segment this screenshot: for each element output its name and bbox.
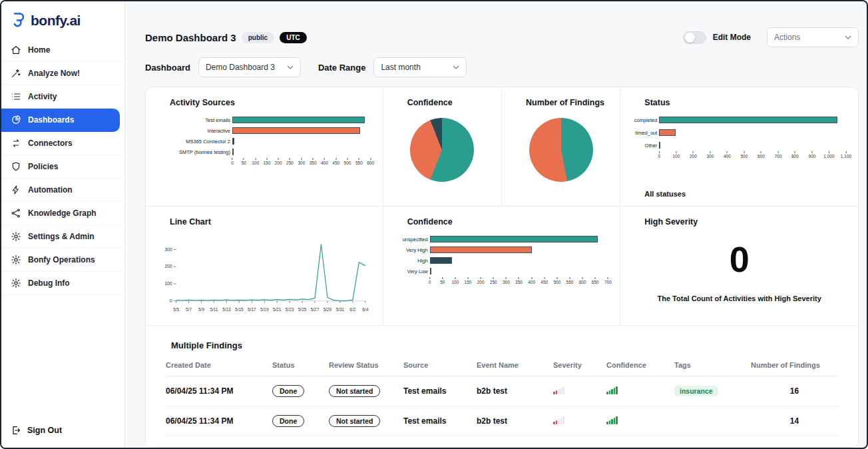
bar-category-label: completed xyxy=(632,117,659,123)
sidebar-item-knowledge-graph[interactable]: Knowledge Graph xyxy=(1,202,124,225)
severity-bars-icon xyxy=(553,386,564,394)
number-of-findings-pie-chart xyxy=(529,118,593,182)
review-status-badge: Not started xyxy=(329,385,380,397)
bar-category-label: Very Low xyxy=(395,268,430,274)
table-header-row: Created DateStatusReview StatusSourceEve… xyxy=(166,361,838,376)
column-header: Created Date xyxy=(166,361,272,369)
edit-mode-label: Edit Mode xyxy=(713,33,751,42)
dashboard-header: Demo Dashboard 3 public UTC Edit Mode Ac… xyxy=(145,27,859,48)
bar-category-label: High xyxy=(395,258,430,264)
card-activity-sources: Activity Sources Test emailsInteractiveM… xyxy=(146,87,383,207)
axis-tick-label: 0 xyxy=(231,158,234,165)
axis-tick-label: 350 xyxy=(310,158,317,165)
sidebar-item-label: Bonfy Operations xyxy=(28,255,95,264)
severity-bars-icon xyxy=(553,416,564,424)
x-axis: 01002003004005006007008009001,0001,100 xyxy=(659,151,846,161)
chart-title: Confidence xyxy=(407,98,489,107)
axis-tick-label: 50 xyxy=(440,277,445,284)
high-severity-value: 0 xyxy=(632,241,846,277)
sign-out-button[interactable]: Sign Out xyxy=(1,414,124,448)
svg-text:0: 0 xyxy=(170,298,172,303)
card-confidence-pie: Confidence xyxy=(383,87,502,207)
axis-tick-label: 400 xyxy=(528,277,535,284)
axis-tick-label: 250 xyxy=(286,158,294,165)
automation-icon xyxy=(11,185,21,195)
card-status: Status completedtimed_outOther0100200300… xyxy=(620,87,858,207)
table-title: Multiple Findings xyxy=(171,340,838,350)
logo-text: bonfy.ai xyxy=(31,13,81,29)
chevron-down-icon xyxy=(287,65,294,69)
axis-tick-label: 500 xyxy=(344,158,351,165)
bar xyxy=(430,257,453,264)
axis-tick-label: 150 xyxy=(465,277,472,284)
chevron-down-icon xyxy=(453,65,459,69)
confidence-bars-icon xyxy=(606,416,618,424)
svg-text:5/29: 5/29 xyxy=(324,307,332,312)
card-findings-pie: Number of Findings xyxy=(502,87,620,207)
axis-tick-label: 200 xyxy=(690,151,697,159)
high-severity-caption: The Total Count of Activities with High … xyxy=(632,294,846,302)
column-header: Number of Findings xyxy=(751,361,838,369)
cell-created-date: 06/04/25 11:34 PM xyxy=(166,386,272,396)
table-row[interactable]: 06/04/25 11:34 PMDoneNot startedTest ema… xyxy=(166,406,838,436)
line-chart: 01002003005/55/75/95/115/135/155/175/195… xyxy=(158,234,371,313)
dashboard-select[interactable]: Demo Dashboard 3 xyxy=(198,57,301,77)
chart-title: Confidence xyxy=(407,217,608,226)
sidebar-item-automation[interactable]: Automation xyxy=(1,179,124,202)
edit-mode-toggle[interactable] xyxy=(683,31,706,44)
confidence-pie-chart xyxy=(410,118,474,182)
cell-source: Test emails xyxy=(403,416,477,426)
sidebar-item-debug-info[interactable]: Debug Info xyxy=(1,272,124,295)
bar-row: completed xyxy=(632,117,846,123)
settings-icon xyxy=(11,231,21,242)
axis-tick-label: 700 xyxy=(774,151,781,159)
axis-tick-label: 350 xyxy=(515,277,523,284)
x-axis: 0501001502002503003504004505005506006507… xyxy=(430,277,608,287)
sidebar-item-policies[interactable]: Policies xyxy=(1,155,124,179)
bar xyxy=(232,149,234,155)
svg-text:200: 200 xyxy=(164,264,172,268)
sidebar-item-connectors[interactable]: Connectors xyxy=(1,132,124,155)
axis-tick-label: 550 xyxy=(355,158,363,165)
table-row[interactable]: 06/04/25 11:34 PMDoneNot startedTest ema… xyxy=(166,376,838,406)
operations-icon xyxy=(11,254,21,265)
axis-tick-label: 300 xyxy=(298,158,305,165)
sidebar-item-label: Automation xyxy=(28,185,73,195)
bonfy-logo-icon xyxy=(9,11,27,31)
cell-event-name: b2b test xyxy=(477,386,553,396)
toggle-knob xyxy=(685,33,695,43)
card-high-severity: High Severity 0 The Total Count of Activ… xyxy=(620,207,858,326)
axis-tick-label: 600 xyxy=(579,277,586,284)
sidebar-item-bonfy-operations[interactable]: Bonfy Operations xyxy=(1,248,124,272)
policies-icon xyxy=(11,161,21,172)
svg-text:6/2: 6/2 xyxy=(349,307,355,312)
axis-tick-label: 100 xyxy=(672,151,680,159)
sidebar-item-label: Knowledge Graph xyxy=(28,209,97,218)
axis-tick-label: 600 xyxy=(758,151,765,159)
axis-tick-label: 700 xyxy=(604,277,612,284)
column-header: Review Status xyxy=(329,361,403,369)
sidebar-item-settings-admin[interactable]: Settings & Admin xyxy=(1,225,124,248)
sidebar-item-analyze-now[interactable]: Analyze Now! xyxy=(1,62,124,85)
dashboard-select-value: Demo Dashboard 3 xyxy=(206,63,275,72)
status-badge: Done xyxy=(272,415,304,427)
axis-tick-label: 1,000 xyxy=(823,151,834,159)
sidebar-nav: HomeAnalyze Now!ActivityDashboardsConnec… xyxy=(1,39,124,295)
axis-tick-label: 50 xyxy=(242,158,246,165)
bar-row: Interactive xyxy=(158,127,371,134)
bar-category-label: timed_out xyxy=(632,130,659,136)
analyze-icon xyxy=(11,68,21,79)
axis-tick-label: 650 xyxy=(592,277,599,284)
actions-dropdown[interactable]: Actions xyxy=(767,27,859,47)
review-status-badge: Not started xyxy=(329,415,380,427)
svg-text:300: 300 xyxy=(164,246,172,251)
axis-tick-label: 150 xyxy=(263,158,270,165)
date-range-select[interactable]: Last month xyxy=(373,57,467,77)
sidebar-item-home[interactable]: Home xyxy=(1,39,124,62)
sidebar-item-dashboards[interactable]: Dashboards xyxy=(1,109,120,132)
logo[interactable]: bonfy.ai xyxy=(1,1,124,39)
svg-text:5/9: 5/9 xyxy=(198,307,204,312)
sidebar-item-activity[interactable]: Activity xyxy=(1,85,124,109)
sidebar-item-label: Activity xyxy=(28,92,57,101)
date-range-label: Date Range xyxy=(318,63,366,73)
